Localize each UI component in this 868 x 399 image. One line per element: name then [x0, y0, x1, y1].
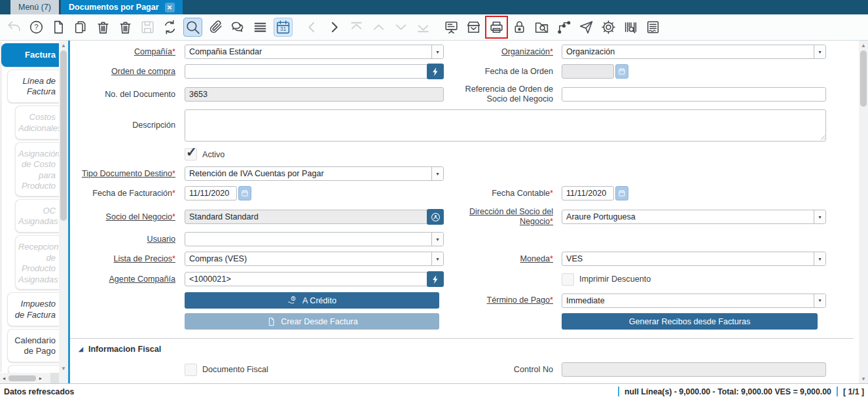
chevron-down-icon[interactable]: ▾ — [814, 45, 825, 58]
sidebar-vertical-scrollbar[interactable]: ▲ ▼ — [59, 41, 68, 383]
payment-term-combobox[interactable]: Immediate▾ — [562, 294, 826, 308]
organization-combobox[interactable]: Organización▾ — [562, 45, 826, 59]
tab-menu[interactable]: Menú (7) — [10, 0, 59, 14]
price-list-label[interactable]: Lista de Precios — [70, 254, 175, 264]
business-partner-info-button[interactable] — [427, 209, 444, 225]
payment-term-label[interactable]: Término de Pago — [444, 295, 553, 305]
delete-record-icon[interactable] — [94, 18, 112, 36]
scroll-up-icon[interactable]: ▲ — [59, 41, 68, 50]
active-checkbox[interactable] — [185, 148, 197, 161]
credit-button[interactable]: $ A Crédito — [185, 292, 439, 309]
company-agent-label[interactable]: Agente Compañía — [70, 275, 175, 284]
chevron-down-icon[interactable]: ▾ — [431, 233, 443, 246]
chat-icon[interactable] — [229, 18, 247, 36]
sidebar-tab-linea-de-factura[interactable]: Línea de Factura — [7, 69, 59, 103]
new-record-icon[interactable] — [50, 18, 67, 36]
control-no-input[interactable] — [562, 362, 826, 377]
scroll-thumb[interactable] — [60, 50, 67, 221]
sidebar-tab-impuesto-de-factura[interactable]: Impuesto de Factura — [7, 292, 59, 326]
bp-order-ref-input[interactable] — [562, 87, 826, 102]
preferences-icon[interactable] — [600, 18, 617, 36]
currency-label[interactable]: Moneda — [444, 254, 553, 264]
chevron-down-icon[interactable]: ▾ — [431, 252, 443, 265]
sidebar-tab-calendario-de-pago[interactable]: Calendario de Pago — [7, 329, 59, 362]
chevron-down-icon[interactable]: ▾ — [431, 45, 443, 58]
lock-icon[interactable] — [511, 18, 528, 36]
fiscal-document-checkbox[interactable] — [185, 364, 197, 376]
print-icon[interactable] — [488, 18, 505, 36]
company-agent-assist-button[interactable] — [427, 271, 444, 287]
generate-receipts-button[interactable]: Generar Recibos desde Facturas — [562, 313, 818, 330]
order-date-calendar-button[interactable] — [615, 64, 628, 79]
collapse-icon[interactable]: ◢ — [79, 346, 83, 352]
user-combobox[interactable]: ▾ — [185, 232, 444, 246]
scroll-down-icon[interactable]: ▼ — [859, 374, 868, 383]
partner-address-combobox[interactable]: Araure Portuguesa▾ — [562, 210, 826, 224]
company-agent-input[interactable] — [185, 272, 444, 286]
organization-label[interactable]: Organización — [444, 47, 553, 57]
scroll-thumb[interactable] — [9, 375, 36, 381]
partner-address-label[interactable]: Dirección del Socio del Negocio — [444, 207, 553, 227]
account-date-calendar-button[interactable] — [615, 186, 628, 200]
invoice-date-label: Fecha de Facturación — [70, 189, 175, 199]
description-label: Descripción — [70, 121, 175, 130]
save-icon — [139, 18, 156, 36]
lightning-icon — [430, 274, 441, 285]
account-date-input[interactable] — [562, 186, 614, 200]
section-separator — [70, 338, 854, 339]
scroll-left-icon[interactable]: ◄ — [0, 376, 8, 381]
content-vertical-scrollbar[interactable]: ▲ ▼ — [859, 41, 868, 383]
help-icon[interactable]: ? — [27, 18, 45, 36]
target-doc-type-combobox[interactable]: Retención de IVA Cuentas por Pagar▾ — [185, 166, 444, 181]
purchase-order-input[interactable] — [185, 64, 444, 79]
purchase-order-label[interactable]: Orden de compra — [70, 67, 175, 77]
fiscal-section-header[interactable]: ◢ Informacion Fiscal — [79, 345, 868, 354]
close-tab-icon[interactable]: ✕ — [165, 3, 175, 12]
send-request-icon[interactable] — [577, 18, 595, 36]
report-icon[interactable] — [443, 18, 460, 36]
target-doc-type-label[interactable]: Tipo Documento Destino — [70, 169, 175, 179]
purchase-order-assist-button[interactable] — [427, 64, 444, 79]
copy-record-icon[interactable] — [72, 18, 90, 36]
business-partner-label[interactable]: Socio del Negocio — [70, 212, 175, 222]
zoom-across-icon[interactable] — [533, 18, 551, 36]
find-record-icon[interactable] — [183, 18, 202, 37]
product-info-icon[interactable] — [622, 18, 640, 36]
next-record-icon[interactable] — [325, 18, 343, 36]
attachment-icon[interactable] — [207, 18, 225, 36]
print-preview-icon[interactable] — [644, 18, 662, 36]
currency-combobox[interactable]: VES▾ — [562, 252, 826, 266]
business-partner-input[interactable] — [185, 210, 444, 224]
sidebar-horizontal-scrollbar[interactable]: ◄ ► — [0, 373, 59, 383]
scroll-thumb[interactable] — [860, 50, 867, 107]
scroll-right-icon[interactable]: ► — [37, 376, 45, 381]
price-list-combobox[interactable]: Compras (VES)▾ — [185, 252, 444, 266]
sidebar-tab-costos-adicionales: Costos Adicionales — [15, 105, 59, 139]
scroll-up-icon[interactable]: ▲ — [859, 41, 868, 50]
document-no-input[interactable] — [185, 87, 444, 102]
chevron-down-icon[interactable]: ▾ — [814, 294, 825, 307]
active-label: Activo — [202, 150, 225, 159]
calendar-icon[interactable]: 31 — [274, 18, 293, 37]
tab-menu-label: Menú (7) — [18, 3, 51, 12]
chevron-down-icon[interactable]: ▾ — [431, 167, 443, 180]
print-discount-checkbox[interactable] — [562, 273, 574, 286]
sidebar-tab-factura[interactable]: Factura — [1, 43, 59, 67]
grid-toggle-icon[interactable] — [251, 18, 269, 36]
delete-selection-icon[interactable] — [117, 18, 134, 36]
scroll-down-icon[interactable]: ▼ — [59, 364, 68, 373]
user-label[interactable]: Usuario — [70, 235, 175, 244]
lightning-icon — [430, 66, 441, 77]
chevron-down-icon[interactable]: ▾ — [814, 252, 825, 265]
invoice-date-input[interactable] — [185, 186, 237, 200]
description-textarea[interactable] — [185, 109, 826, 142]
tab-documentos-por-pagar[interactable]: Documentos por Pagar ✕ — [61, 0, 183, 14]
company-label[interactable]: Compañía — [70, 47, 175, 57]
chevron-down-icon[interactable]: ▾ — [814, 210, 825, 223]
workflow-icon[interactable] — [555, 18, 573, 36]
company-combobox[interactable]: Compañia Estándar▾ — [185, 45, 444, 59]
invoice-date-calendar-button[interactable] — [238, 186, 251, 200]
bp-order-ref-label: Referencia de Orden de Socio del Negocio — [444, 85, 553, 104]
archive-icon[interactable] — [465, 18, 482, 36]
refresh-icon[interactable] — [161, 18, 179, 36]
